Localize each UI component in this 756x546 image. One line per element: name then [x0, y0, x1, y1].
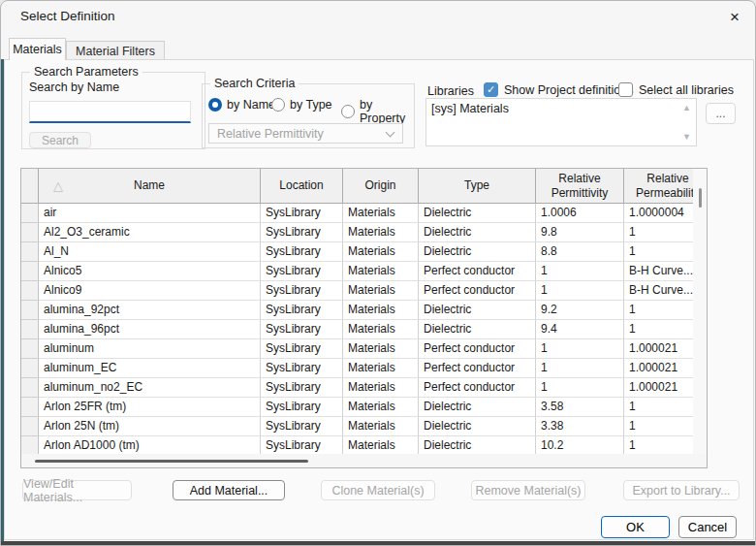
cell-name[interactable]: aluminum: [39, 339, 261, 359]
cell-rel-permeability[interactable]: 1.000021: [624, 359, 693, 378]
cell-origin[interactable]: Materials: [343, 262, 419, 281]
horizontal-scrollbar[interactable]: [21, 454, 707, 467]
cell-rel-permittivity[interactable]: 3.58: [536, 398, 624, 417]
table-row[interactable]: Arlon AD1000 (tm)SysLibraryMaterialsDiel…: [21, 436, 693, 454]
cell-name[interactable]: aluminum_no2_EC: [39, 378, 261, 398]
vertical-scrollbar-thumb[interactable]: [699, 188, 702, 208]
cell-rel-permittivity[interactable]: 10.2: [536, 436, 624, 454]
row-selector[interactable]: [21, 359, 39, 378]
header-name[interactable]: △ Name: [39, 169, 261, 204]
add-material-button[interactable]: Add Material...: [173, 480, 285, 500]
cell-rel-permeability[interactable]: 1.0000004: [624, 204, 693, 223]
table-row[interactable]: aluminumSysLibraryMaterialsPerfect condu…: [21, 339, 693, 359]
vertical-scrollbar[interactable]: [693, 169, 707, 454]
row-selector[interactable]: [21, 204, 39, 223]
cell-rel-permeability[interactable]: 1: [624, 320, 693, 339]
cell-rel-permittivity[interactable]: 9.8: [536, 223, 624, 242]
libraries-list[interactable]: [sys] Materials ▲ ▼: [425, 98, 697, 146]
sort-ascending-icon[interactable]: △: [53, 178, 63, 194]
header-origin[interactable]: Origin: [343, 169, 419, 204]
cell-location[interactable]: SysLibrary: [261, 398, 343, 417]
horizontal-scrollbar-thumb[interactable]: [35, 460, 308, 463]
cell-rel-permeability[interactable]: 1: [624, 223, 693, 242]
row-selector[interactable]: [21, 417, 39, 436]
cell-location[interactable]: SysLibrary: [261, 204, 343, 223]
cell-rel-permittivity[interactable]: 1: [536, 378, 624, 398]
radio-by-name[interactable]: by Name: [208, 98, 275, 112]
cell-name[interactable]: Arlon AD1000 (tm): [39, 436, 261, 454]
tab-material-filters[interactable]: Material Filters: [66, 41, 165, 60]
cell-name[interactable]: Alnico5: [39, 262, 261, 281]
show-project-definitions-checkbox[interactable]: ✓ Show Project definitions: [484, 82, 633, 97]
cell-location[interactable]: SysLibrary: [261, 436, 343, 454]
cell-name[interactable]: Arlon 25FR (tm): [39, 398, 261, 417]
cell-rel-permittivity[interactable]: 9.2: [536, 301, 624, 320]
cell-rel-permeability[interactable]: 1: [624, 436, 693, 454]
cell-rel-permeability[interactable]: 1: [624, 417, 693, 436]
search-button[interactable]: Search: [29, 132, 91, 148]
export-to-library-button[interactable]: Export to Library...: [623, 480, 740, 500]
cell-name[interactable]: aluminum_EC: [39, 359, 261, 378]
cell-location[interactable]: SysLibrary: [261, 242, 343, 262]
header-location[interactable]: Location: [261, 169, 343, 204]
row-selector[interactable]: [21, 262, 39, 281]
checkbox-box[interactable]: ✓: [618, 82, 633, 97]
header-rel-permittivity[interactable]: Relative Permittivity: [536, 169, 624, 204]
cell-rel-permittivity[interactable]: 9.4: [536, 320, 624, 339]
cell-rel-permittivity[interactable]: 1: [536, 359, 624, 378]
view-edit-materials-button[interactable]: View/Edit Materials...: [22, 480, 132, 500]
remove-material-button[interactable]: Remove Material(s): [471, 480, 585, 500]
row-selector[interactable]: [21, 242, 39, 262]
row-selector[interactable]: [21, 398, 39, 417]
cell-name[interactable]: Al2_O3_ceramic: [39, 223, 261, 242]
cell-origin[interactable]: Materials: [343, 359, 419, 378]
cell-type[interactable]: Perfect conductor: [419, 359, 536, 378]
radio-by-name-circle[interactable]: [208, 98, 222, 112]
header-rel-permeability[interactable]: Relative Permeability: [624, 169, 693, 204]
row-selector[interactable]: [21, 320, 39, 339]
cell-type[interactable]: Dielectric: [419, 301, 536, 320]
cell-origin[interactable]: Materials: [343, 436, 419, 454]
cell-location[interactable]: SysLibrary: [261, 281, 343, 301]
cell-origin[interactable]: Materials: [343, 281, 419, 301]
scroll-up-icon[interactable]: ▲: [682, 103, 691, 112]
cell-rel-permittivity[interactable]: 8.8: [536, 242, 624, 262]
cell-name[interactable]: alumina_92pct: [39, 301, 261, 320]
cell-type[interactable]: Dielectric: [419, 320, 536, 339]
cell-origin[interactable]: Materials: [343, 398, 419, 417]
tab-materials[interactable]: Materials: [9, 38, 66, 60]
header-row-selector[interactable]: [21, 169, 39, 204]
radio-by-type-circle[interactable]: [271, 98, 285, 112]
close-icon[interactable]: ×: [722, 6, 747, 29]
table-row[interactable]: Alnico5SysLibraryMaterialsPerfect conduc…: [21, 262, 693, 281]
cell-type[interactable]: Perfect conductor: [419, 339, 536, 359]
cell-type[interactable]: Perfect conductor: [419, 281, 536, 301]
cell-origin[interactable]: Materials: [343, 320, 419, 339]
row-selector[interactable]: [21, 301, 39, 320]
cell-name[interactable]: Al_N: [39, 242, 261, 262]
cell-rel-permeability[interactable]: 1.000021: [624, 378, 693, 398]
cell-rel-permittivity[interactable]: 1: [536, 262, 624, 281]
cell-type[interactable]: Dielectric: [419, 242, 536, 262]
row-selector[interactable]: [21, 281, 39, 301]
table-row[interactable]: Al_NSysLibraryMaterialsDielectric8.81: [21, 242, 693, 262]
cell-origin[interactable]: Materials: [343, 378, 419, 398]
cell-location[interactable]: SysLibrary: [261, 301, 343, 320]
table-row[interactable]: aluminum_ECSysLibraryMaterialsPerfect co…: [21, 359, 693, 378]
cell-type[interactable]: Dielectric: [419, 417, 536, 436]
cell-origin[interactable]: Materials: [343, 242, 419, 262]
cell-rel-permeability[interactable]: 1: [624, 301, 693, 320]
cell-rel-permeability[interactable]: 1: [624, 242, 693, 262]
cell-name[interactable]: Alnico9: [39, 281, 261, 301]
checkbox-box[interactable]: ✓: [484, 82, 498, 97]
cell-rel-permittivity[interactable]: 3.38: [536, 417, 624, 436]
table-row[interactable]: alumina_96pctSysLibraryMaterialsDielectr…: [21, 320, 693, 339]
header-type[interactable]: Type: [419, 169, 536, 204]
radio-by-type[interactable]: by Type: [271, 98, 332, 112]
clone-material-button[interactable]: Clone Material(s): [321, 480, 435, 500]
ok-button[interactable]: OK: [601, 516, 670, 538]
cell-location[interactable]: SysLibrary: [261, 359, 343, 378]
cell-origin[interactable]: Materials: [343, 339, 419, 359]
table-row[interactable]: Arlon 25N (tm)SysLibraryMaterialsDielect…: [21, 417, 693, 436]
table-row[interactable]: Al2_O3_ceramicSysLibraryMaterialsDielect…: [21, 223, 693, 242]
